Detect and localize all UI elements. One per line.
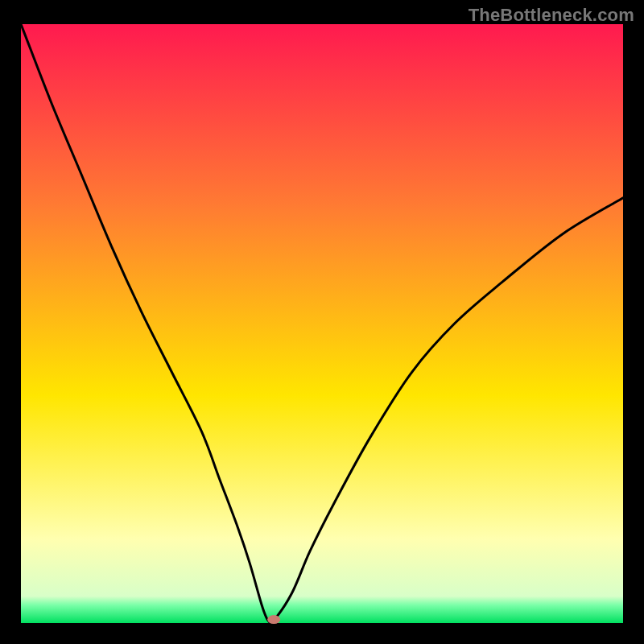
optimal-point-marker [267,615,280,624]
chart-svg [0,0,644,644]
watermark-text: TheBottleneck.com [469,5,634,26]
chart-container: TheBottleneck.com [0,0,644,644]
plot-background [21,24,623,623]
